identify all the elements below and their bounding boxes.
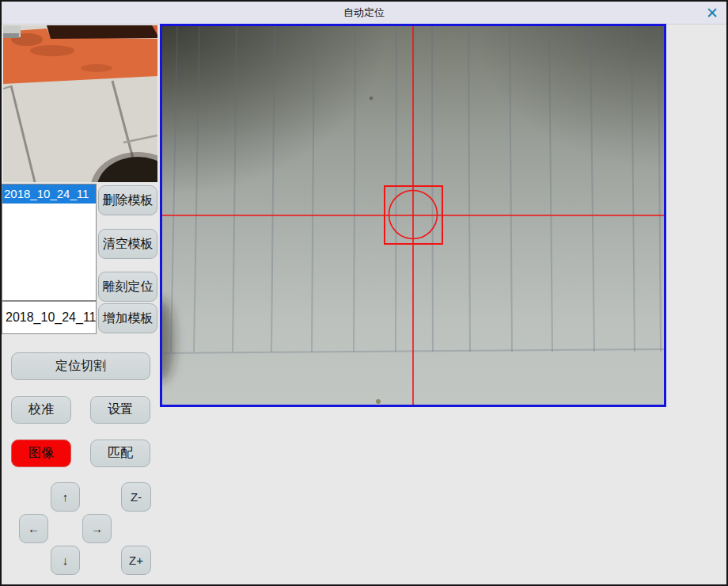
tile-patch-shadow xyxy=(3,33,19,38)
jog-down-button[interactable]: ↓ xyxy=(51,546,80,575)
beam-shadow xyxy=(81,64,112,72)
jog-z-plus-button[interactable]: Z+ xyxy=(121,546,151,575)
dialog-title: 自动定位 xyxy=(343,6,385,20)
jog-z-minus-button[interactable]: Z- xyxy=(121,482,151,512)
image-button[interactable]: 图像 xyxy=(11,440,71,467)
list-item[interactable]: 2018_10_24_11 xyxy=(2,185,96,204)
template-thumbnail xyxy=(3,25,157,182)
jog-left-button[interactable]: ← xyxy=(19,514,48,543)
position-cut-button[interactable]: 定位切割 xyxy=(11,352,150,380)
add-template-button[interactable]: 增加模板 xyxy=(98,303,157,333)
camera-view[interactable] xyxy=(160,24,666,407)
speck xyxy=(376,399,381,404)
titlebar: 自动定位 ✕ xyxy=(2,2,726,25)
jog-right-button[interactable]: → xyxy=(82,514,112,543)
template-name-input[interactable] xyxy=(2,301,97,334)
settings-button[interactable]: 设置 xyxy=(90,396,150,424)
auto-position-dialog: 自动定位 ✕ 2018_10_24_11 删除模板 清空模板 雕刻定位 增加模板… xyxy=(0,0,728,586)
template-list[interactable]: 2018_10_24_11 xyxy=(2,184,97,301)
close-icon[interactable]: ✕ xyxy=(703,3,722,22)
jog-up-button[interactable]: ↑ xyxy=(51,482,80,512)
calibrate-button[interactable]: 校准 xyxy=(11,396,71,424)
dark-band xyxy=(47,25,157,39)
clear-templates-button[interactable]: 清空模板 xyxy=(98,229,157,259)
beam-shadow xyxy=(30,45,74,56)
match-button[interactable]: 匹配 xyxy=(90,440,150,467)
speck xyxy=(370,97,373,100)
delete-template-button[interactable]: 删除模板 xyxy=(98,185,157,215)
engrave-position-button[interactable]: 雕刻定位 xyxy=(98,272,157,302)
